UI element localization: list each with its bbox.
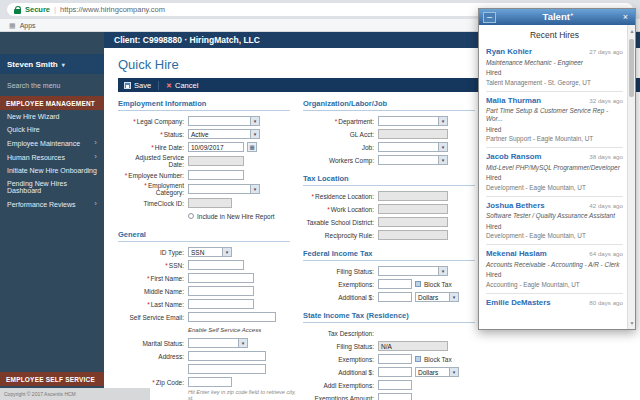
toolbar-divider bbox=[158, 81, 159, 90]
select-workers-comp[interactable]: ▾ bbox=[378, 155, 448, 165]
input-hire-date[interactable]: 10/09/2017 bbox=[188, 142, 244, 152]
hire-item: Joshua Bethers42 days agoSoftware Tester… bbox=[486, 197, 623, 246]
input-adjusted-service-date[interactable] bbox=[188, 156, 244, 166]
input-address[interactable] bbox=[188, 351, 266, 361]
popup-close-button[interactable]: × bbox=[620, 12, 631, 22]
select-department[interactable]: ▾ bbox=[378, 116, 448, 126]
select-id-type[interactable]: SSN▾ bbox=[188, 247, 232, 257]
field-row-last-name: *Last Name: bbox=[118, 298, 303, 310]
sidebar-item-new-hire-wizard[interactable]: New Hire Wizard bbox=[0, 110, 104, 123]
select-job[interactable]: ▾ bbox=[378, 142, 448, 152]
select-dollars[interactable]: Dollars▾ bbox=[415, 292, 459, 302]
hire-name[interactable]: Malia Thurman bbox=[486, 96, 541, 105]
user-menu[interactable]: Steven Smith ▾ bbox=[0, 54, 104, 74]
input-gl-acct[interactable] bbox=[378, 129, 448, 139]
field-row-first-name: *First Name: bbox=[118, 272, 303, 284]
popup-minimize-button[interactable]: – bbox=[483, 12, 496, 23]
field-row-timeclock-id: TimeClock ID: bbox=[118, 197, 303, 209]
checkbox-block-tax[interactable] bbox=[415, 281, 421, 287]
hire-dept: Accounting - Eagle Mountain, UT bbox=[486, 281, 623, 288]
calendar-icon[interactable]: ▦ bbox=[247, 142, 257, 152]
field-row-addl-exemptions: Addl Exemptions: bbox=[303, 379, 553, 391]
input-reciprocity-rule[interactable] bbox=[378, 230, 448, 240]
hire-name[interactable]: Jacob Ransom bbox=[486, 152, 541, 161]
hire-job: Maintenance Mechanic - Engineer bbox=[486, 59, 623, 67]
checkbox-include-in-new-hire-report[interactable] bbox=[188, 213, 194, 219]
field-label: Workers Comp: bbox=[303, 157, 378, 164]
hire-ago: 80 days ago bbox=[589, 299, 623, 306]
input-work-location[interactable] bbox=[378, 204, 448, 214]
chevron-right-icon: › bbox=[94, 153, 97, 161]
hire-name[interactable]: Joshua Bethers bbox=[486, 201, 545, 210]
scrollbar-thumb[interactable] bbox=[629, 39, 634, 97]
input-self-service-email[interactable] bbox=[188, 312, 276, 322]
field-label: Marital Status: bbox=[118, 340, 188, 347]
save-button[interactable]: Save bbox=[124, 81, 151, 90]
dropdown-arrow-icon: ▾ bbox=[449, 368, 458, 376]
field-control bbox=[188, 299, 254, 309]
input-zip-code[interactable] bbox=[188, 377, 232, 387]
required-asterisk: * bbox=[152, 379, 155, 386]
field-label: *Last Name: bbox=[118, 301, 188, 308]
input-exemptions[interactable] bbox=[378, 279, 412, 289]
sidebar-search-input[interactable]: Search the menu bbox=[0, 74, 104, 96]
input-field[interactable] bbox=[188, 364, 266, 374]
hire-name[interactable]: Ryan Kohler bbox=[486, 47, 532, 56]
input-timeclock-id[interactable] bbox=[188, 198, 232, 208]
input-ssn[interactable] bbox=[188, 260, 244, 270]
input-exemptions-amount[interactable] bbox=[378, 393, 412, 400]
field-control bbox=[188, 351, 266, 361]
input-filing-status[interactable]: N/A bbox=[378, 341, 448, 351]
sidebar-section-employee-self-service[interactable]: EMPLOYEE SELF SERVICE bbox=[0, 372, 104, 386]
select-employment-category[interactable]: ▾ bbox=[188, 184, 260, 194]
input-taxable-school-district[interactable] bbox=[378, 217, 448, 227]
chevron-right-icon: › bbox=[94, 139, 97, 147]
select-status[interactable]: Active▾ bbox=[188, 129, 260, 139]
field-label: *Employment Category: bbox=[118, 182, 188, 196]
select-legal-company[interactable]: ▾ bbox=[188, 116, 260, 126]
select-marital-status[interactable]: ▾ bbox=[188, 338, 248, 348]
scroll-up-icon[interactable]: ▲ bbox=[628, 27, 636, 35]
section-title: General bbox=[118, 230, 290, 242]
input-additional[interactable] bbox=[378, 292, 412, 302]
dropdown-arrow-icon: ▾ bbox=[438, 267, 447, 275]
apps-bookmark[interactable]: Apps bbox=[20, 22, 36, 29]
select-dollars[interactable]: Dollars▾ bbox=[415, 367, 459, 377]
hire-dept: Talent Management - St. George, UT bbox=[486, 79, 623, 86]
sidebar-item-initiate-new-hire-onboarding[interactable]: Initiate New Hire Onboarding bbox=[0, 164, 104, 177]
sidebar-item-employee-maintenance[interactable]: Employee Maintenance› bbox=[0, 136, 104, 150]
field-row-field bbox=[118, 363, 303, 375]
field-control bbox=[378, 217, 448, 227]
field-row-enable-self-service-access: Enable Self Service Access bbox=[118, 324, 303, 336]
input-residence-location[interactable] bbox=[378, 191, 448, 201]
required-asterisk: * bbox=[151, 144, 154, 151]
hire-job: Software Tester / Quality Assurance Assi… bbox=[486, 212, 623, 220]
sidebar-item-human-resources[interactable]: Human Resources› bbox=[0, 150, 104, 164]
input-middle-name[interactable] bbox=[188, 286, 254, 296]
hire-name[interactable]: Mekenai Haslam bbox=[486, 249, 547, 258]
sidebar-item-quick-hire[interactable]: Quick Hire bbox=[0, 123, 104, 136]
popup-body: Recent Hires Ryan Kohler27 days agoMaint… bbox=[479, 25, 635, 329]
link-enable-self-service-access[interactable]: Enable Self Service Access bbox=[188, 327, 261, 333]
sidebar-item-performance-reviews[interactable]: Performance Reviews› bbox=[0, 197, 104, 211]
sidebar-item-pending-new-hires-dashboard[interactable]: Pending New Hires Dashboard bbox=[0, 177, 104, 197]
hire-name[interactable]: Emilie DeMasters bbox=[486, 298, 551, 307]
field-label: *Work Location: bbox=[303, 206, 378, 213]
cancel-button[interactable]: ✕ Cancel bbox=[166, 81, 198, 90]
input-addl-exemptions[interactable] bbox=[378, 380, 412, 390]
input-employee-number[interactable] bbox=[188, 170, 244, 180]
field-row-employment-category: *Employment Category:▾ bbox=[118, 182, 303, 196]
select-value: Dollars bbox=[418, 294, 438, 301]
required-asterisk: * bbox=[125, 172, 128, 179]
select-filing-status[interactable]: ▾ bbox=[378, 266, 448, 276]
input-exemptions[interactable] bbox=[378, 354, 412, 364]
popup-scrollbar[interactable]: ▲ ▼ bbox=[627, 25, 635, 329]
checkbox-block-tax[interactable] bbox=[415, 356, 421, 362]
scroll-down-icon[interactable]: ▼ bbox=[628, 319, 636, 327]
input-first-name[interactable] bbox=[188, 273, 254, 283]
dropdown-arrow-icon: ▾ bbox=[238, 339, 247, 347]
field-label: *Hire Date: bbox=[118, 144, 188, 151]
input-last-name[interactable] bbox=[188, 299, 254, 309]
field-control: Dollars▾ bbox=[378, 292, 459, 302]
input-additional[interactable] bbox=[378, 367, 412, 377]
